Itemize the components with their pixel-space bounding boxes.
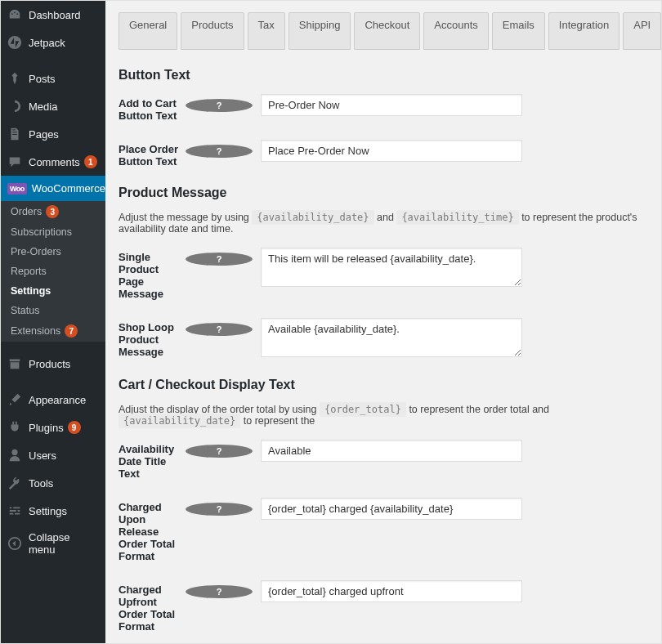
svg-point-0: [8, 36, 21, 49]
code-token: {availability_time}: [396, 210, 518, 225]
sidebar-label: Posts: [29, 73, 56, 85]
pin-icon: [7, 71, 22, 86]
sidebar-label: Jetpack: [29, 37, 65, 49]
tab-products[interactable]: Products: [181, 12, 244, 50]
sidebar-item-posts[interactable]: Posts: [1, 65, 105, 92]
field-label: Charged Upfront Order Total Format: [119, 584, 186, 633]
sidebar-label: WooCommerce: [32, 182, 105, 195]
tab-api[interactable]: API: [623, 12, 661, 50]
shop-loop-message-textarea[interactable]: Available {availability_date}.: [261, 318, 522, 357]
sidebar-label: Plugins: [29, 422, 64, 434]
extensions-badge: 7: [65, 324, 78, 338]
code-token: {availability_date}: [252, 210, 373, 225]
charged-release-input[interactable]: [261, 498, 522, 520]
field-label: Single Product Page Message: [119, 251, 186, 300]
sidebar-sub-reports[interactable]: Reports: [1, 262, 105, 281]
availability-title-input[interactable]: [261, 440, 522, 462]
sidebar-item-pages[interactable]: Pages: [1, 120, 105, 148]
settings-tabs: General Products Tax Shipping Checkout A…: [119, 12, 661, 50]
sidebar-sub-label: Extensions: [11, 325, 60, 337]
sidebar-label: Comments: [29, 156, 80, 168]
main-content: General Products Tax Shipping Checkout A…: [105, 1, 661, 643]
sidebar-sub-label: Reports: [11, 266, 47, 277]
sidebar-item-settings[interactable]: Settings: [1, 497, 105, 525]
field-label: Place Order Button Text: [119, 143, 186, 168]
sidebar-item-media[interactable]: Media: [1, 92, 105, 120]
field-label: Availability Date Title Text: [119, 443, 186, 480]
sidebar-sub-label: Orders: [11, 206, 42, 217]
help-icon[interactable]: ?: [186, 585, 253, 598]
orders-badge: 3: [46, 205, 59, 218]
sidebar-sub-extensions[interactable]: Extensions 7: [1, 320, 105, 342]
collapse-icon: [7, 536, 22, 551]
sidebar-item-woocommerce[interactable]: Woo WooCommerce: [1, 176, 105, 201]
sidebar-label: Settings: [29, 505, 67, 517]
section-description: Adjust the message by using {availabilit…: [119, 212, 661, 235]
code-token: {order_total}: [320, 402, 406, 417]
brush-icon: [7, 392, 22, 407]
gauge-icon: [7, 7, 22, 22]
tab-general[interactable]: General: [119, 12, 177, 50]
jetpack-icon: [7, 35, 22, 50]
sidebar-item-appearance[interactable]: Appearance: [1, 386, 105, 414]
collapse-menu[interactable]: Collapse menu: [1, 525, 105, 562]
sidebar-label: Pages: [29, 128, 59, 141]
sidebar-sub-status[interactable]: Status: [1, 301, 105, 320]
section-heading-cart-checkout: Cart / Checkout Display Text: [119, 378, 661, 392]
place-order-text-input[interactable]: [261, 140, 522, 162]
tab-emails[interactable]: Emails: [492, 12, 545, 50]
tab-tax[interactable]: Tax: [248, 12, 285, 50]
sidebar-label: Collapse menu: [29, 531, 99, 556]
comment-icon: [7, 154, 22, 169]
help-icon[interactable]: ?: [186, 145, 253, 158]
tab-shipping[interactable]: Shipping: [289, 12, 351, 50]
sidebar-sub-preorders[interactable]: Pre-Orders: [1, 242, 105, 262]
sidebar-sub-label: Settings: [11, 285, 51, 297]
sidebar-label: Tools: [29, 477, 53, 490]
sliders-icon: [7, 503, 22, 518]
user-icon: [7, 448, 22, 463]
archive-icon: [7, 356, 22, 371]
sidebar-label: Media: [29, 101, 57, 113]
sidebar-item-products[interactable]: Products: [1, 350, 105, 378]
charged-upfront-input[interactable]: [261, 580, 522, 602]
plugins-badge: 9: [68, 421, 81, 434]
sidebar-item-comments[interactable]: Comments 1: [1, 148, 105, 176]
wrench-icon: [7, 476, 22, 490]
comments-badge: 1: [84, 155, 97, 168]
field-label: Add to Cart Button Text: [119, 97, 186, 122]
sidebar-item-plugins[interactable]: Plugins 9: [1, 414, 105, 441]
tab-accounts[interactable]: Accounts: [423, 12, 488, 50]
plug-icon: [7, 420, 22, 435]
sidebar-item-jetpack[interactable]: Jetpack: [1, 29, 105, 56]
sidebar-sub-subscriptions[interactable]: Subscriptions: [1, 222, 105, 242]
sidebar-label: Products: [29, 358, 70, 370]
section-heading-product-message: Product Message: [119, 186, 661, 200]
sidebar-item-dashboard[interactable]: Dashboard: [1, 1, 105, 29]
help-icon[interactable]: ?: [186, 445, 253, 458]
field-label: Shop Loop Product Message: [119, 321, 186, 358]
pages-icon: [7, 127, 22, 141]
tab-integration[interactable]: Integration: [548, 12, 620, 50]
help-icon[interactable]: ?: [186, 253, 253, 266]
section-description: Adjust the display of the order total by…: [119, 404, 661, 427]
sidebar-label: Dashboard: [29, 9, 81, 21]
tab-checkout[interactable]: Checkout: [354, 12, 420, 50]
sidebar-item-users[interactable]: Users: [1, 441, 105, 469]
field-label: Charged Upon Release Order Total Format: [119, 501, 186, 562]
code-token: {availability_date}: [119, 414, 240, 428]
sidebar-sub-orders[interactable]: Orders 3: [1, 201, 105, 222]
sidebar-item-tools[interactable]: Tools: [1, 469, 105, 497]
sidebar-sub-label: Status: [11, 305, 39, 316]
sidebar-sub-label: Subscriptions: [11, 226, 72, 238]
sidebar-label: Users: [29, 449, 56, 462]
help-icon[interactable]: ?: [186, 323, 253, 336]
help-icon[interactable]: ?: [186, 503, 253, 516]
sidebar-label: Appearance: [29, 394, 86, 406]
media-icon: [7, 99, 22, 114]
sidebar-sub-settings[interactable]: Settings: [1, 281, 105, 301]
help-icon[interactable]: ?: [186, 99, 253, 112]
single-product-message-textarea[interactable]: This item will be released {availability…: [261, 248, 522, 287]
add-to-cart-text-input[interactable]: [261, 94, 522, 116]
sidebar-sub-label: Pre-Orders: [11, 246, 61, 257]
